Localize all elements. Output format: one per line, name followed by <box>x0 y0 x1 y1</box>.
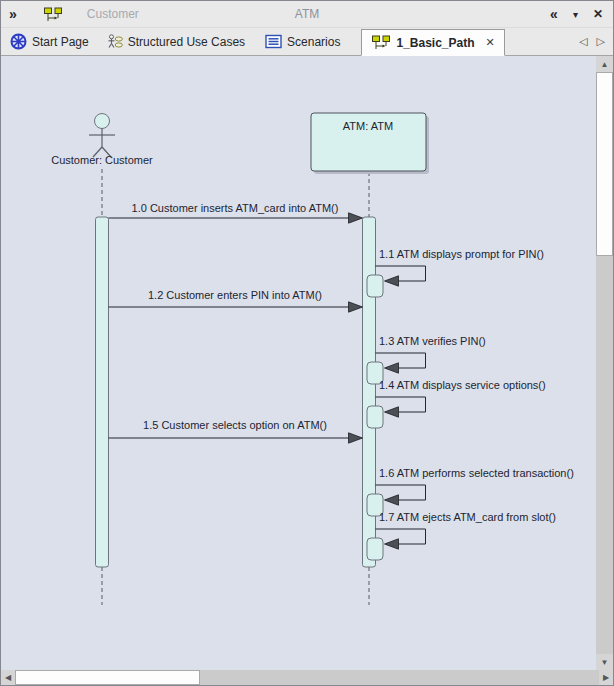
actor-label: Customer: Customer <box>51 154 153 166</box>
object-atm[interactable]: ATM: ATM <box>311 113 429 174</box>
tab-start-page[interactable]: Start Page <box>3 28 96 55</box>
tab-label: 1_Basic_Path <box>396 36 474 50</box>
titlebar: » Customer ATM « ▾ ✕ <box>1 1 613 28</box>
scroll-up-icon[interactable]: ▲ <box>596 56 613 72</box>
tab-close-icon[interactable]: ✕ <box>486 36 495 49</box>
message-label: 1.3 ATM verifies PIN() <box>379 335 486 347</box>
horizontal-scroll-track[interactable] <box>15 670 599 685</box>
message-label: 1.7 ATM ejects ATM_card from slot() <box>379 511 556 523</box>
message-label: 1.4 ATM displays service options() <box>379 379 546 391</box>
scroll-down-icon[interactable]: ▼ <box>596 654 613 670</box>
tab-1-basic-path[interactable]: 1_Basic_Path ✕ <box>361 29 504 56</box>
actor-customer[interactable]: Customer: Customer <box>51 114 153 167</box>
message-1-7[interactable]: 1.7 ATM ejects ATM_card from slot() <box>367 511 556 560</box>
vertical-scroll-track[interactable] <box>596 72 613 654</box>
tab-label: Structured Use Cases <box>128 35 245 49</box>
message-1-0[interactable]: 1.0 Customer inserts ATM_card into ATM() <box>109 202 363 223</box>
object-label: ATM: ATM <box>343 120 393 132</box>
message-label: 1.0 Customer inserts ATM_card into ATM() <box>132 202 339 214</box>
message-1-5[interactable]: 1.5 Customer selects option on ATM() <box>109 419 363 443</box>
horizontal-scroll-thumb[interactable] <box>15 670 200 685</box>
tab-label: Scenarios <box>287 35 340 49</box>
message-1-6[interactable]: 1.6 ATM performs selected transaction() <box>367 467 574 516</box>
scroll-left-icon[interactable]: ◀ <box>1 670 15 685</box>
message-label: 1.6 ATM performs selected transaction() <box>379 467 574 479</box>
scroll-right-icon[interactable]: ▶ <box>599 670 613 685</box>
app-window: » Customer ATM « ▾ ✕ <box>0 0 614 686</box>
tab-scenarios[interactable]: Scenarios <box>258 28 347 55</box>
diagram-canvas[interactable]: Customer: Customer ATM: ATM 1.0 Customer… <box>1 56 596 670</box>
vertical-scrollbar[interactable]: ▲ ▼ <box>596 56 613 670</box>
tab-structured-use-cases[interactable]: Structured Use Cases <box>100 28 252 55</box>
vertical-scroll-thumb[interactable] <box>596 72 613 256</box>
tab-scrollers: ◁ ▷ <box>579 35 605 48</box>
sequence-diagram: Customer: Customer ATM: ATM 1.0 Customer… <box>1 56 596 670</box>
message-label: 1.5 Customer selects option on ATM() <box>143 419 327 431</box>
message-1-2[interactable]: 1.2 Customer enters PIN into ATM() <box>109 289 363 312</box>
message-label: 1.1 ATM displays prompt for PIN() <box>379 248 544 260</box>
use-case-icon <box>107 34 123 50</box>
message-1-4[interactable]: 1.4 ATM displays service options() <box>367 379 546 428</box>
close-icon[interactable]: ✕ <box>593 7 603 21</box>
collapse-left-icon[interactable]: « <box>550 6 558 22</box>
overflow-chevrons-icon[interactable]: » <box>9 6 17 22</box>
tab-scroll-right-icon[interactable]: ▷ <box>597 35 605 48</box>
scenarios-list-icon <box>265 34 282 49</box>
tab-bar: Start Page Structured Use Cases <box>1 28 613 56</box>
dropdown-arrow-icon[interactable]: ▾ <box>573 9 578 20</box>
horizontal-scrollbar[interactable]: ◀ ▶ <box>1 670 613 685</box>
pane-title-left: Customer <box>87 7 139 21</box>
message-label: 1.2 Customer enters PIN into ATM() <box>148 289 322 301</box>
start-page-icon <box>10 33 27 50</box>
sequence-diagram-icon <box>371 35 391 50</box>
message-1-1[interactable]: 1.1 ATM displays prompt for PIN() <box>367 248 544 297</box>
tab-label: Start Page <box>32 35 89 49</box>
tab-scroll-left-icon[interactable]: ◁ <box>579 35 587 48</box>
sequence-diagram-icon <box>43 7 63 22</box>
customer-activation-bar[interactable] <box>96 217 109 567</box>
message-1-3[interactable]: 1.3 ATM verifies PIN() <box>367 335 486 384</box>
